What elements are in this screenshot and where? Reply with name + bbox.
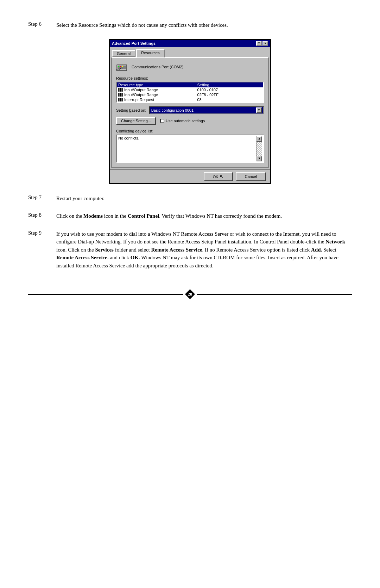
device-name-label: Communications Port (COM2) xyxy=(132,65,183,69)
setting-based-row: Setting based on: Basic configuration 00… xyxy=(116,106,264,114)
step-9-bold-ok: OK. xyxy=(131,255,140,260)
step-7-text: Restart your computer. xyxy=(56,194,104,203)
footer-line-right xyxy=(197,294,352,295)
comm-port-icon xyxy=(116,62,129,72)
dropdown-arrow-icon: ▼ xyxy=(256,107,262,113)
setting-based-dropdown[interactable]: Basic configuration 0001 ▼ xyxy=(149,106,264,114)
col-header-setting: Setting xyxy=(197,83,262,87)
step-9-row: Step 9 If you wish to use your modem to … xyxy=(28,230,352,270)
change-setting-button[interactable]: Change Setting... xyxy=(116,117,156,125)
use-auto-label: Use automatic settings xyxy=(166,119,205,123)
step-6-label: Step 6 xyxy=(28,21,56,27)
step-9-text: If you wish to use your modem to dial in… xyxy=(56,230,352,270)
step-8-label: Step 8 xyxy=(28,212,56,218)
footer-line-left xyxy=(28,294,183,295)
resource-type-2: Input/Output Range xyxy=(124,93,197,97)
close-button[interactable]: × xyxy=(262,41,268,46)
table-header: Resource type Setting xyxy=(117,82,263,87)
table-row[interactable]: Input/Output Range 02F8 - 02FF xyxy=(117,92,263,97)
use-auto-checkbox[interactable] xyxy=(160,119,164,123)
advanced-port-settings-dialog: Advanced Port Settings ? × General Resou… xyxy=(109,39,271,184)
step-9-bold-add: Add. xyxy=(311,247,322,253)
page-content: Step 6 Select the Resource Settings whic… xyxy=(28,21,352,298)
table-row[interactable]: Input/Output Range 0100 - 0107 xyxy=(117,87,263,92)
titlebar-controls: ? × xyxy=(256,41,268,46)
step-9-bold-services: Services xyxy=(95,247,113,253)
step-8-bold-modems: Modems xyxy=(83,213,103,219)
conflicting-label: Conflicting device list: xyxy=(116,129,264,133)
col-header-type: Resource type xyxy=(118,83,197,87)
svg-rect-3 xyxy=(120,66,121,67)
step-6-text: Select the Resource Settings which do no… xyxy=(56,21,228,29)
tab-general[interactable]: General xyxy=(112,50,135,57)
dialog-body: Communications Port (COM2) Resource sett… xyxy=(111,57,269,168)
resource-type-icon xyxy=(118,88,123,92)
step-9-bold-ras2: Remote Access Service. xyxy=(56,255,109,260)
resource-setting-1: 0100 - 0107 xyxy=(197,88,262,92)
dialog-wrapper: Advanced Port Settings ? × General Resou… xyxy=(28,39,352,184)
page-footer: 28 xyxy=(28,291,352,298)
no-conflicts-text: No conflicts. xyxy=(118,136,256,161)
setting-based-label: Setting based on: xyxy=(116,108,146,112)
dialog-tabs: General Resources xyxy=(110,47,270,57)
resource-setting-2: 02F8 - 02FF xyxy=(197,93,262,97)
svg-rect-2 xyxy=(118,66,119,67)
table-row[interactable]: Interrupt Request 03 xyxy=(117,97,263,102)
resource-setting-3: 03 xyxy=(197,98,262,102)
resource-type-3: Interrupt Request xyxy=(124,98,197,102)
cancel-button[interactable]: Cancel xyxy=(236,172,266,181)
resource-settings-label: Resource settings: xyxy=(116,76,264,80)
footer-diamond: 28 xyxy=(183,291,197,298)
dialog-title: Advanced Port Settings xyxy=(112,41,156,45)
step-9-bold-ras: Remote Access Service xyxy=(151,247,202,253)
step-7-row: Step 7 Restart your computer. xyxy=(28,194,352,203)
step-9-bold-network: Network xyxy=(325,239,345,245)
scroll-down-button[interactable]: ▼ xyxy=(256,156,262,161)
conflicting-device-list[interactable]: No conflicts. ▲ ▼ xyxy=(116,135,264,163)
page-number: 28 xyxy=(188,292,192,297)
dialog-titlebar: Advanced Port Settings ? × xyxy=(110,40,270,47)
use-auto-checkbox-row: Use automatic settings xyxy=(160,119,205,123)
resource-type-1: Input/Output Range xyxy=(124,88,197,92)
ok-button[interactable]: OK ↖ xyxy=(204,172,233,181)
help-button[interactable]: ? xyxy=(256,41,262,46)
step-8-row: Step 8 Click on the Modems icon in the C… xyxy=(28,212,352,220)
change-setting-row: Change Setting... Use automatic settings xyxy=(116,117,264,125)
resource-table: Resource type Setting Input/Output Range… xyxy=(116,82,264,103)
resource-type-icon xyxy=(118,93,123,97)
step-8-text: Click on the Modems icon in the Control … xyxy=(56,212,282,220)
step-8-bold-control-panel: Control Panel xyxy=(128,213,159,219)
cursor-icon: ↖ xyxy=(220,174,224,179)
step-9-label: Step 9 xyxy=(28,230,56,236)
step-6-row: Step 6 Select the Resource Settings whic… xyxy=(28,21,352,29)
dialog-footer: OK ↖ Cancel xyxy=(110,169,270,183)
scroll-up-button[interactable]: ▲ xyxy=(256,136,262,142)
scroll-track xyxy=(256,142,262,156)
tab-resources[interactable]: Resources xyxy=(136,49,165,57)
device-header: Communications Port (COM2) xyxy=(116,62,264,72)
scrollbar-vertical[interactable]: ▲ ▼ xyxy=(256,136,262,161)
step-7-label: Step 7 xyxy=(28,194,56,200)
svg-rect-4 xyxy=(122,66,123,67)
resource-type-icon xyxy=(118,98,123,101)
